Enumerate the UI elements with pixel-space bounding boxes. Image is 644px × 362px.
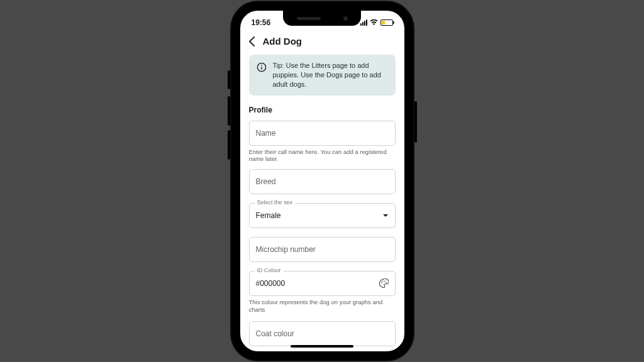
phone-volume-up: [228, 96, 230, 126]
coat-colour-field[interactable]: Coat colour: [249, 321, 396, 346]
svg-point-3: [380, 282, 382, 283]
coat-colour-placeholder: Coat colour: [256, 329, 294, 338]
wifi-icon: [370, 18, 378, 27]
section-header-profile: Profile: [249, 106, 396, 114]
name-placeholder: Name: [256, 129, 276, 138]
sex-select[interactable]: Select the sex Female: [249, 203, 396, 228]
phone-notch: [283, 11, 361, 26]
phone-volume-down: [228, 130, 230, 160]
svg-point-6: [386, 282, 387, 283]
battery-icon: [380, 19, 393, 26]
cellular-signal-icon: [360, 19, 367, 26]
form-scroll-area[interactable]: Tip: Use the Litters page to add puppies…: [240, 55, 404, 351]
svg-point-5: [384, 281, 386, 282]
status-time: 19:56: [252, 18, 271, 27]
sex-float-label: Select the sex: [255, 199, 296, 206]
sex-value: Female: [256, 211, 281, 220]
phone-front-camera: [343, 16, 348, 21]
tip-banner: Tip: Use the Litters page to add puppies…: [249, 55, 396, 96]
name-field[interactable]: Name: [249, 121, 396, 146]
breed-placeholder: Breed: [256, 177, 276, 186]
tip-text: Tip: Use the Litters page to add puppies…: [273, 61, 388, 89]
titlebar: Add Dog: [240, 32, 404, 53]
palette-icon[interactable]: [379, 278, 389, 288]
page-title: Add Dog: [263, 36, 302, 47]
breed-field[interactable]: Breed: [249, 169, 396, 194]
phone-speaker: [297, 17, 321, 20]
id-colour-float-label: ID Colour: [255, 267, 284, 273]
svg-point-1: [261, 65, 262, 66]
svg-rect-2: [261, 67, 262, 70]
id-colour-value: #000000: [256, 279, 286, 288]
dropdown-caret-icon: [382, 212, 389, 219]
svg-point-4: [382, 281, 383, 282]
phone-silent-switch: [228, 70, 230, 89]
id-colour-helper: This colour represents the dog on your g…: [249, 299, 396, 314]
id-colour-field[interactable]: ID Colour #000000: [249, 271, 396, 296]
name-helper: Enter their call name here. You can add …: [249, 148, 396, 163]
microchip-field[interactable]: Microchip number: [249, 237, 396, 262]
home-indicator[interactable]: [291, 345, 353, 348]
phone-frame: 19:56 Add Dog: [231, 2, 413, 360]
info-icon: [257, 62, 267, 75]
microchip-placeholder: Microchip number: [256, 245, 316, 254]
back-icon[interactable]: [248, 37, 257, 46]
phone-power-button: [414, 101, 417, 143]
